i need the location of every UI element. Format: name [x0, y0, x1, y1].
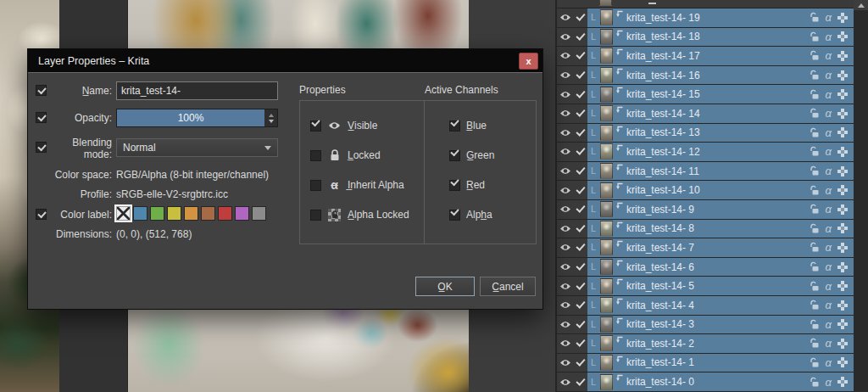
- inherit-alpha-checker-icon[interactable]: [837, 204, 848, 215]
- alpha-icon[interactable]: α: [826, 223, 832, 234]
- alpha-icon[interactable]: α: [826, 281, 832, 292]
- layer-visibility-toggle[interactable]: [557, 277, 573, 295]
- inherit-alpha-checker-icon[interactable]: [837, 319, 848, 329]
- color-swatch[interactable]: [235, 206, 249, 221]
- layer-row-main[interactable]: L krita_test-14- 2 α: [587, 334, 854, 353]
- inherit-alpha-checker-icon[interactable]: [837, 147, 848, 157]
- clipped-layer-row[interactable]: [557, 0, 854, 8]
- layer-visibility-toggle[interactable]: [557, 334, 573, 353]
- unlock-icon[interactable]: [809, 31, 820, 42]
- layer-row-main[interactable]: L krita_test-14- 16 α: [587, 66, 854, 85]
- inherit-alpha-checker-icon[interactable]: [837, 13, 848, 23]
- opacity-spinner[interactable]: [264, 109, 277, 126]
- layer-row[interactable]: L krita_test-14- 10 α: [557, 181, 854, 200]
- layer-row-main[interactable]: L krita_test-14- 4 α: [587, 296, 854, 315]
- layer-row[interactable]: L krita_test-14- 4 α: [557, 296, 854, 316]
- layer-select-check[interactable]: [573, 354, 587, 372]
- channel-red-checkbox[interactable]: [449, 180, 460, 191]
- layer-visibility-toggle[interactable]: [557, 66, 573, 85]
- layer-select-check[interactable]: [573, 104, 587, 123]
- layer-visibility-toggle[interactable]: [557, 85, 573, 104]
- layer-row-main[interactable]: L krita_test-14- 9 α: [587, 200, 854, 219]
- layer-visibility-toggle[interactable]: [557, 354, 573, 372]
- layer-visibility-toggle[interactable]: [557, 200, 573, 219]
- layer-select-check[interactable]: [573, 238, 587, 257]
- color-swatch[interactable]: [218, 206, 232, 221]
- color-swatch[interactable]: [201, 206, 215, 221]
- layer-row[interactable]: L krita_test-14- 12 α: [557, 143, 854, 162]
- layer-select-check[interactable]: [573, 28, 587, 47]
- layer-row-main[interactable]: L krita_test-14- 1 α: [587, 354, 854, 372]
- layer-select-check[interactable]: [573, 8, 587, 27]
- inherit-alpha-checker-icon[interactable]: [837, 281, 848, 291]
- layer-select-check[interactable]: [573, 296, 587, 315]
- inherit-alpha-checker-icon[interactable]: [837, 185, 848, 195]
- layer-select-check[interactable]: [573, 220, 587, 238]
- layer-row[interactable]: L krita_test-14- 0 α: [557, 372, 854, 392]
- unlock-icon[interactable]: [809, 70, 820, 81]
- inherit-alpha-checker-icon[interactable]: [837, 89, 848, 99]
- unlock-icon[interactable]: [809, 89, 820, 100]
- alpha-icon[interactable]: α: [826, 165, 832, 176]
- channel-blue-item[interactable]: B̲lue: [449, 118, 487, 133]
- layer-row-main[interactable]: L krita_test-14- 11 α: [587, 162, 854, 181]
- alpha-locked-checkbox[interactable]: [310, 210, 321, 221]
- blending-checkbox[interactable]: [36, 142, 47, 153]
- unlock-icon[interactable]: [809, 204, 820, 215]
- alpha-icon[interactable]: α: [826, 185, 832, 196]
- layer-row[interactable]: L krita_test-14- 9 α: [557, 200, 854, 220]
- layer-row[interactable]: L krita_test-14- 17 α: [557, 47, 854, 66]
- layer-row[interactable]: L krita_test-14- 7 α: [557, 238, 854, 258]
- layer-row[interactable]: L krita_test-14- 2 α: [557, 334, 854, 354]
- alpha-icon[interactable]: α: [826, 146, 832, 157]
- inherit-alpha-checker-icon[interactable]: [837, 70, 848, 81]
- layer-select-check[interactable]: [573, 162, 587, 181]
- layer-row[interactable]: L krita_test-14- 14 α: [557, 104, 854, 124]
- unlock-icon[interactable]: [809, 281, 820, 292]
- unlock-icon[interactable]: [809, 357, 820, 368]
- alpha-icon[interactable]: α: [826, 108, 832, 119]
- inherit-alpha-checker-icon[interactable]: [837, 300, 848, 311]
- visible-item[interactable]: V̲isible: [310, 118, 377, 133]
- alpha-icon[interactable]: α: [826, 300, 832, 311]
- alpha-icon[interactable]: α: [826, 319, 832, 330]
- unlock-icon[interactable]: [809, 185, 820, 196]
- alpha-icon[interactable]: α: [826, 89, 832, 100]
- layer-select-check[interactable]: [573, 258, 587, 277]
- channel-red-item[interactable]: R̲ed: [449, 177, 485, 193]
- layer-select-check[interactable]: [573, 66, 587, 85]
- scrollbar-up-button[interactable]: [854, 0, 868, 10]
- alpha-icon[interactable]: α: [826, 204, 832, 215]
- layer-visibility-toggle[interactable]: [557, 238, 573, 257]
- channel-green-checkbox[interactable]: [449, 150, 460, 161]
- alpha-icon[interactable]: α: [826, 70, 832, 81]
- channel-alpha-checkbox[interactable]: [449, 210, 460, 221]
- layer-row[interactable]: L krita_test-14- 15 α: [557, 85, 854, 104]
- unlock-icon[interactable]: [809, 146, 820, 157]
- channel-green-item[interactable]: G̲reen: [449, 148, 494, 163]
- locked-item[interactable]: L̲ocked: [310, 148, 381, 163]
- name-checkbox[interactable]: [36, 85, 47, 96]
- spin-down-icon[interactable]: [269, 120, 274, 123]
- layer-select-check[interactable]: [573, 181, 587, 199]
- layer-row-main[interactable]: L krita_test-14- 18 α: [587, 28, 854, 47]
- color-swatch[interactable]: [252, 206, 266, 221]
- layer-visibility-toggle[interactable]: [557, 181, 573, 199]
- layer-select-check[interactable]: [573, 277, 587, 295]
- layers-scrollbar[interactable]: [854, 0, 868, 392]
- layer-row[interactable]: L krita_test-14- 19 α: [557, 8, 854, 28]
- alpha-icon[interactable]: α: [826, 31, 832, 42]
- layer-row-main[interactable]: L krita_test-14- 15 α: [587, 85, 854, 104]
- layer-row-main[interactable]: L krita_test-14- 8 α: [587, 220, 854, 238]
- layer-visibility-toggle[interactable]: [557, 372, 573, 391]
- layer-visibility-toggle[interactable]: [557, 316, 573, 334]
- layer-select-check[interactable]: [573, 143, 587, 161]
- inherit-alpha-checker-icon[interactable]: [837, 339, 848, 349]
- inherit-alpha-item[interactable]: α I̲nherit Alpha: [310, 177, 404, 193]
- alpha-icon[interactable]: α: [826, 12, 832, 23]
- layer-row-main[interactable]: L krita_test-14- 17 α: [587, 47, 854, 65]
- layer-visibility-toggle[interactable]: [557, 104, 573, 123]
- layer-visibility-toggle[interactable]: [557, 258, 573, 277]
- blending-mode-dropdown[interactable]: Normal: [116, 138, 278, 157]
- unlock-icon[interactable]: [809, 223, 820, 234]
